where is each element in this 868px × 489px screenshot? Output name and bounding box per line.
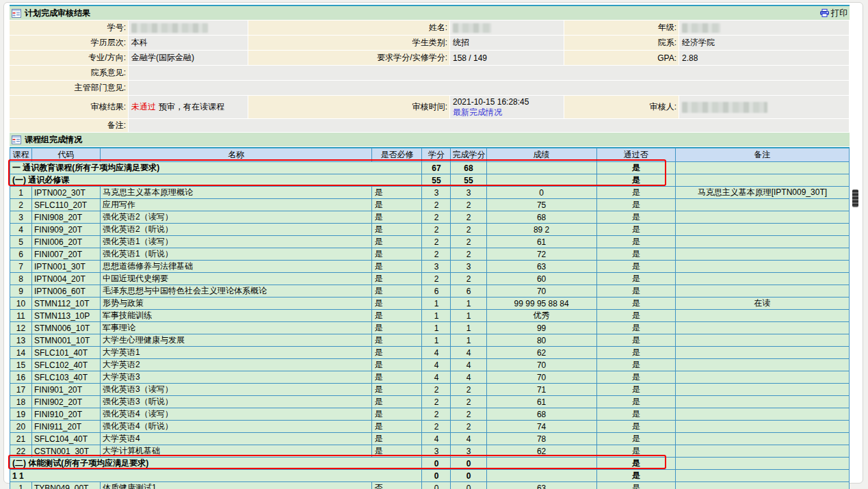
audit-result-note: 预审，有在读课程 [159, 101, 224, 113]
course-row: 13STMN001_10T大学生心理健康与发展是1180是 [10, 334, 850, 347]
cell-score [487, 458, 597, 470]
course-table-body: 一 通识教育课程(所有子项均应满足要求)6768是(一) 通识必修课5555是1… [10, 162, 850, 489]
cell-credits: 4 [422, 433, 451, 445]
cell-credits: 2 [422, 421, 451, 433]
cell-course-no: 2 [10, 199, 32, 211]
cell-remark [676, 470, 850, 482]
cell-required: 是 [372, 334, 422, 347]
auditor-label: 审核人: [564, 96, 679, 118]
cell-name: 应用写作 [101, 199, 372, 211]
cell-completed-credits: 3 [451, 261, 486, 273]
cell-code: SFLC104_40T [32, 433, 101, 445]
cell-required: 是 [372, 359, 422, 371]
redacted-student-id [131, 23, 208, 33]
cell-remark [676, 421, 850, 433]
cell-completed-credits: 2 [451, 408, 486, 421]
cell-course-no: 14 [10, 347, 32, 359]
cell-group-title: 1 1 [10, 470, 422, 482]
cell-name: 形势与政策 [101, 298, 372, 310]
cell-passed: 是 [597, 347, 676, 359]
cell-score [487, 162, 597, 174]
cell-completed-credits: 1 [451, 298, 486, 310]
authority-opinion-label: 主管部门意见: [10, 81, 128, 95]
cell-remark [676, 261, 850, 273]
cell-credits: 1 [422, 322, 451, 334]
cell-name: 强化英语4（听说） [101, 421, 372, 433]
cell-passed: 是 [597, 384, 676, 396]
cell-required: 是 [372, 433, 422, 445]
cell-name: 毛泽东思想与中国特色社会主义理论体系概论 [101, 285, 372, 298]
course-row: 10STMN112_10T形势与政策是1199 99 95 88 84是在读 [10, 298, 850, 310]
grade-value [679, 21, 849, 35]
cell-passed: 是 [597, 433, 676, 445]
student-type-value: 统招 [450, 36, 564, 50]
cell-required: 是 [372, 236, 422, 248]
group-summary-row: 一 通识教育课程(所有子项均应满足要求)6768是 [10, 162, 850, 174]
course-row: 7IPTN001_30T思想道德修养与法律基础是3363是 [10, 261, 850, 273]
cell-credits: 0 [422, 458, 451, 470]
audit-time-value: 2021-10-15 16:28:45 最新完成情况 [450, 96, 564, 118]
cell-score: 78 [487, 433, 597, 445]
cell-score: 80 [487, 334, 597, 347]
cell-credits: 2 [422, 211, 451, 224]
printer-icon [820, 9, 829, 17]
cell-credits: 1 [422, 334, 451, 347]
cell-course-no: 5 [10, 236, 32, 248]
cell-completed-credits: 2 [451, 421, 486, 433]
cell-passed: 是 [597, 174, 676, 187]
cell-score: 62 [487, 347, 597, 359]
column-header-course-no: 课程 [10, 148, 32, 162]
cell-credits: 0 [422, 482, 451, 489]
cell-name: 强化英语4（读写） [101, 408, 372, 421]
cell-required: 是 [372, 347, 422, 359]
cell-score: 74 [487, 421, 597, 433]
latest-status-link[interactable]: 最新完成情况 [453, 107, 502, 117]
cell-name: 大学英语2 [101, 359, 372, 371]
audit-result-fail-text: 未通过 [131, 101, 156, 113]
grade-label: 年级: [564, 21, 679, 35]
cell-passed: 是 [597, 359, 676, 371]
cell-credits: 2 [422, 199, 451, 211]
cell-name: 强化英语3（听说） [101, 396, 372, 408]
cell-completed-credits: 0 [451, 482, 486, 489]
course-row: 17FINI901_20T强化英语3（读写）是2271是 [10, 384, 850, 396]
course-row: 16SFLC103_40T大学英语3是4470是 [10, 371, 850, 384]
cell-passed: 是 [597, 285, 676, 298]
cell-passed: 是 [597, 371, 676, 384]
cell-name: 强化英语1（读写） [101, 236, 372, 248]
cell-credits: 4 [422, 371, 451, 384]
cell-course-no: 1 [10, 187, 32, 199]
section-header-audit-result: 计划完成审核结果 打印 [10, 5, 850, 20]
cell-course-no: 13 [10, 334, 32, 347]
print-button[interactable]: 打印 [820, 8, 847, 19]
cell-credits: 4 [422, 359, 451, 371]
cell-course-no: 8 [10, 273, 32, 285]
course-row: 11STMN113_10P军事技能训练是11优秀是 [10, 310, 850, 322]
cell-course-no: 6 [10, 248, 32, 261]
course-row: 20FINI911_20T强化英语4（听说）是2274是 [10, 421, 850, 433]
name-value [450, 21, 564, 35]
column-header-completed-credits: 完成学分 [451, 148, 486, 162]
cell-passed: 是 [597, 187, 676, 199]
course-row: 6FINI007_20T强化英语1（听说）是2272是 [10, 248, 850, 261]
cell-credits: 2 [422, 408, 451, 421]
cell-credits: 6 [422, 285, 451, 298]
cell-completed-credits: 3 [451, 187, 486, 199]
cell-score [487, 470, 597, 482]
cell-remark [676, 482, 850, 489]
cell-credits: 2 [422, 396, 451, 408]
cell-required: 是 [372, 261, 422, 273]
cell-score: 0 [487, 187, 597, 199]
vertical-scrollbar-thumb[interactable] [852, 189, 858, 207]
course-row: 19FINI910_20T强化英语4（读写）是2268是 [10, 408, 850, 421]
course-row: 5FINI006_20T强化英语1（读写）是2261是 [10, 236, 850, 248]
cell-code: FINI911_20T [32, 421, 101, 433]
cell-score: 71 [487, 384, 597, 396]
cell-remark [676, 347, 850, 359]
cell-passed: 是 [597, 322, 676, 334]
cell-required: 否 [372, 482, 422, 489]
course-row: 14SFLC101_40T大学英语1是4462是 [10, 347, 850, 359]
cell-course-no: 3 [10, 211, 32, 224]
cell-credits: 2 [422, 236, 451, 248]
cell-remark [676, 433, 850, 445]
